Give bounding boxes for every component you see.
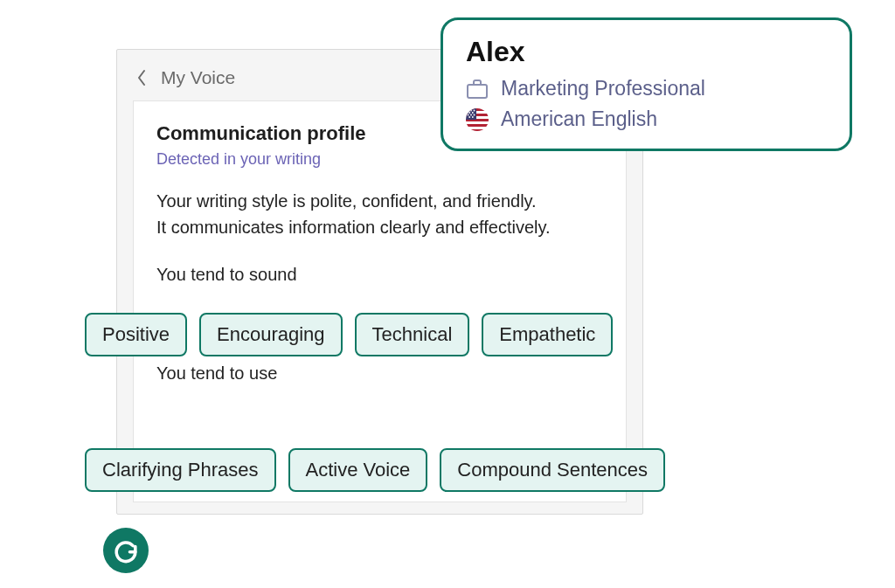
description-line: It communicates information clearly and … bbox=[156, 214, 603, 240]
profile-name: Alex bbox=[466, 36, 827, 68]
svg-point-12 bbox=[468, 112, 470, 114]
svg-point-17 bbox=[468, 116, 470, 118]
tone-chip[interactable]: Encouraging bbox=[199, 313, 343, 356]
tone-chip[interactable]: Empathetic bbox=[482, 313, 613, 356]
sound-tags-row: Positive Encouraging Technical Empatheti… bbox=[85, 313, 613, 356]
svg-point-14 bbox=[468, 114, 469, 115]
svg-point-18 bbox=[472, 116, 474, 118]
tone-chip[interactable]: Technical bbox=[355, 313, 470, 356]
profile-language-row: American English bbox=[466, 107, 827, 131]
profile-role-row: Marketing Professional bbox=[466, 77, 827, 100]
svg-point-9 bbox=[468, 109, 469, 111]
use-tags-row: Clarifying Phrases Active Voice Compound… bbox=[85, 448, 665, 492]
style-chip[interactable]: Compound Sentences bbox=[440, 448, 665, 492]
svg-rect-7 bbox=[466, 129, 489, 131]
svg-rect-0 bbox=[468, 85, 487, 98]
svg-point-15 bbox=[470, 114, 472, 115]
svg-point-13 bbox=[472, 112, 474, 114]
description-line: Your writing style is polite, confident,… bbox=[156, 188, 603, 214]
svg-point-10 bbox=[470, 109, 472, 111]
briefcase-icon bbox=[466, 79, 489, 100]
svg-point-16 bbox=[474, 114, 475, 115]
style-chip[interactable]: Clarifying Phrases bbox=[85, 448, 276, 492]
communication-profile-card: Communication profile Detected in your w… bbox=[133, 100, 627, 502]
svg-point-11 bbox=[474, 109, 475, 111]
sound-lead-text: You tend to sound bbox=[156, 265, 603, 285]
profile-description: Your writing style is polite, confident,… bbox=[156, 188, 603, 240]
style-chip[interactable]: Active Voice bbox=[288, 448, 428, 492]
us-flag-icon bbox=[466, 108, 489, 131]
panel-title: My Voice bbox=[161, 67, 235, 88]
profile-role: Marketing Professional bbox=[501, 77, 705, 100]
back-chevron-icon[interactable] bbox=[136, 69, 147, 86]
user-profile-card: Alex Marketing Professional bbox=[441, 17, 852, 151]
use-lead-text: You tend to use bbox=[156, 363, 603, 384]
tone-chip[interactable]: Positive bbox=[85, 313, 187, 356]
svg-rect-6 bbox=[466, 124, 489, 127]
profile-language: American English bbox=[501, 107, 657, 131]
section-subheading: Detected in your writing bbox=[156, 150, 603, 169]
grammarly-logo-icon[interactable] bbox=[103, 528, 149, 573]
svg-rect-3 bbox=[466, 108, 489, 111]
